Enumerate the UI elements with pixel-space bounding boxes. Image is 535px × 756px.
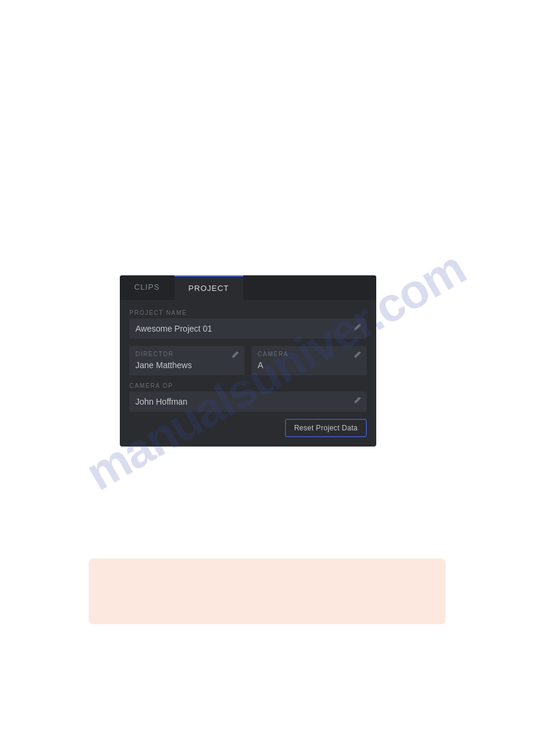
project-name-group: PROJECT NAME Awesome Project 01 [129, 309, 367, 339]
director-edit-icon[interactable] [231, 351, 240, 359]
project-name-value: Awesome Project 01 [135, 324, 212, 333]
tabs-bar: CLIPS PROJECT [120, 275, 376, 300]
tab-clips[interactable]: CLIPS [120, 275, 174, 300]
director-camera-row: DIRECTOR Jane Matthews CAMERA A [129, 346, 367, 375]
camera-value: A [258, 360, 263, 370]
project-name-label: PROJECT NAME [129, 309, 367, 316]
panel-content: PROJECT NAME Awesome Project 01 DIRECTOR… [120, 300, 376, 447]
camera-op-label: CAMERA OP [129, 382, 367, 389]
camera-op-edit-icon[interactable] [353, 396, 362, 405]
director-field[interactable]: DIRECTOR Jane Matthews [129, 346, 244, 375]
bottom-banner [89, 558, 446, 624]
camera-op-group: CAMERA OP John Hoffman [129, 382, 367, 412]
camera-field[interactable]: CAMERA A [252, 346, 367, 375]
project-name-edit-icon[interactable] [353, 323, 362, 332]
camera-edit-icon[interactable] [353, 351, 362, 359]
camera-op-field[interactable]: John Hoffman [129, 391, 367, 412]
project-name-field[interactable]: Awesome Project 01 [129, 318, 367, 339]
camera-op-value: John Hoffman [135, 397, 188, 406]
reset-button-row: Reset Project Data [129, 419, 367, 437]
camera-label: CAMERA [258, 351, 361, 357]
director-label: DIRECTOR [135, 351, 238, 357]
director-value: Jane Matthews [135, 360, 192, 370]
tab-project[interactable]: PROJECT [174, 275, 244, 300]
reset-project-data-button[interactable]: Reset Project Data [285, 419, 367, 437]
project-panel: CLIPS PROJECT PROJECT NAME Awesome Proje… [120, 275, 376, 447]
